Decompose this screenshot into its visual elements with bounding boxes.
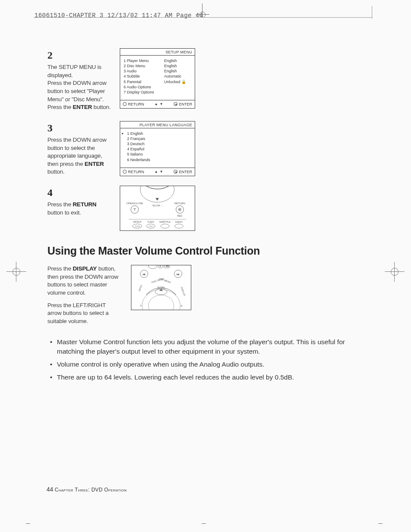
chapter-label: Chapter Three: DVD Operation [55, 487, 127, 493]
svg-point-16 [161, 224, 169, 228]
setup-row-5-r: Unlocked 🔓 [164, 79, 188, 84]
language-menu-screen: PLAYER MENU LANGUAGE 1 English 2 Françai… [120, 121, 195, 176]
step-3-post: button. [47, 168, 65, 175]
setup-row-6-l: 6 Audio Options [124, 84, 158, 90]
step-2-line3-pre: Press the [47, 104, 73, 110]
step-4-pre: Press the [47, 201, 73, 208]
svg-text:S: S [181, 305, 182, 307]
mv-para-1: Press the DISPLAY button, then press the… [47, 265, 121, 297]
step-2-line2: Press the DOWN arrow button to select "P… [47, 79, 112, 103]
lang-row-1: 1 English [127, 131, 191, 136]
lang-row-3: 3 Deutsch [127, 141, 191, 146]
step-3-enter-bold: ENTER [84, 161, 104, 167]
print-header: 16061510-CHAPTER 3 12/13/02 11:47 AM Pag… [34, 12, 203, 19]
svg-text:⏭: ⏭ [177, 273, 180, 276]
enter-label: ENTER [179, 102, 192, 106]
crop-mark-top [198, 10, 207, 19]
registration-left [11, 266, 22, 277]
svg-text:ZOOM: ZOOM [135, 225, 140, 227]
return-label-2: RETURN [128, 170, 144, 174]
setup-menu-footer: RETURN ▲ ▼ ENTER [120, 100, 195, 108]
svg-text:OPEN/CLOSE: OPEN/CLOSE [126, 202, 143, 205]
trim-line-top [34, 17, 372, 18]
page-content: 2 The SETUP MENU is displayed. Press the… [47, 48, 366, 386]
setup-row-1-r: English [164, 58, 188, 63]
step-2-enter-bold: ENTER [73, 104, 92, 110]
language-menu-title: PLAYER MENU LANGUAGE [120, 121, 195, 128]
lang-row-4: 4 Español [127, 146, 191, 152]
bullet-1: Master Volume Control function lets you … [47, 337, 366, 356]
language-menu-footer: RETURN ▲ ▼ ENTER [120, 168, 195, 176]
master-volume-text: Press the DISPLAY button, then press the… [47, 265, 121, 330]
step-4-number: 4 [47, 186, 112, 200]
crop-tick-bl [26, 523, 30, 528]
master-volume-row: Press the DISPLAY button, then press the… [47, 265, 366, 330]
remote-svg-1: OPEN/CLOSE SLOW – RETURN REC SP/SLP F.AD… [120, 186, 195, 231]
svg-text:SLOW –: SLOW – [153, 205, 162, 207]
step-3-line1: Press the DOWN arrow button to select th… [47, 136, 112, 176]
svg-text:SLOW+: SLOW+ [157, 286, 165, 289]
remote-diagram-2: ■ ▸/▮▮ ⏮ ⏭ DISC MENU TOP MENU MENU DISPL… [131, 265, 191, 310]
svg-point-29 [142, 289, 181, 310]
return-icon [123, 170, 127, 174]
step-4-return-bold: RETURN [73, 201, 97, 208]
step-2-row: 2 The SETUP MENU is displayed. Press the… [47, 48, 366, 112]
bullet-2: Volume control is only operative when us… [47, 360, 366, 369]
section-title: Using the Master Volume Control Function [47, 245, 366, 257]
page-number: 44 [47, 486, 53, 493]
page-footer: 44 Chapter Three: DVD Operation [47, 486, 127, 493]
svg-point-4 [179, 209, 181, 210]
svg-point-20 [148, 265, 157, 269]
enter-icon [174, 170, 177, 174]
remote-diagram-1: OPEN/CLOSE SLOW – RETURN REC SP/SLP F.AD… [120, 186, 195, 231]
enter-label-2: ENTER [179, 170, 192, 174]
lang-row-5: 5 Italiano [127, 152, 191, 157]
svg-point-30 [148, 295, 174, 310]
setup-row-3-l: 3 Audio [124, 68, 158, 74]
crop-tick-bc [202, 523, 206, 528]
svg-text:▸/▮▮: ▸/▮▮ [165, 265, 169, 267]
step-4-text: 4 Press the RETURN button to exit. [47, 186, 112, 217]
svg-text:T: T [140, 305, 142, 307]
svg-text:DISPLAY: DISPLAY [181, 286, 186, 297]
bullet-3: There are up to 64 levels. Lowering each… [47, 373, 366, 382]
step-3-text: 3 Press the DOWN arrow button to select … [47, 121, 112, 176]
svg-text:MENU: MENU [138, 284, 143, 292]
setup-row-3-r: English [164, 68, 188, 74]
svg-text:SUBTITLE: SUBTITLE [159, 221, 171, 223]
setup-row-4-r: Automatic [164, 74, 188, 79]
svg-point-17 [175, 224, 184, 228]
setup-menu-screen: SETUP MENU 1 Player MenuEnglish 2 Disc M… [120, 48, 195, 109]
setup-row-4-l: 4 Subtitle [124, 74, 158, 79]
lang-row-6: 6 Nederlands [127, 157, 191, 162]
lock-icon: 🔓 [181, 80, 186, 84]
setup-row-1-l: 1 Player Menu [124, 58, 158, 63]
step-3-number: 3 [47, 121, 112, 135]
registration-right [389, 266, 400, 277]
language-menu-body: 1 English 2 Français 3 Deutsch 4 Español… [120, 128, 195, 168]
step-4-line1: Press the RETURN button to exit. [47, 201, 112, 217]
return-icon [123, 102, 127, 106]
setup-menu-title: SETUP MENU [120, 49, 195, 56]
setup-row-2-r: English [164, 63, 188, 68]
svg-text:■: ■ [160, 265, 161, 267]
svg-text:SP/SLP: SP/SLP [133, 221, 141, 223]
mv-para-2: Press the LEFT/RIGHT arrow buttons to se… [47, 302, 121, 326]
svg-text:RETURN: RETURN [174, 202, 185, 205]
trim-tick-tr [372, 6, 372, 19]
step-2-line3-post: button. [92, 104, 111, 110]
updown-arrows-icon: ▲ ▼ [154, 170, 163, 174]
setup-row-5-l: 5 Parental [124, 79, 158, 84]
return-label: RETURN [128, 102, 144, 106]
bullet-list: Master Volume Control function lets you … [47, 337, 366, 382]
updown-arrows-icon: ▲ ▼ [154, 102, 163, 106]
svg-text:AUDIO: AUDIO [175, 221, 183, 223]
display-bold: DISPLAY [73, 265, 97, 272]
step-4-post: button to exit. [47, 209, 81, 216]
svg-text:F.ADV: F.ADV [147, 221, 154, 223]
step-4-row: 4 Press the RETURN button to exit. OPEN/… [47, 186, 366, 231]
svg-text:REC: REC [177, 215, 183, 217]
step-2-line3: Press the ENTER button. [47, 103, 112, 112]
step-3-row: 3 Press the DOWN arrow button to select … [47, 121, 366, 176]
svg-text:⏮: ⏮ [143, 273, 146, 276]
